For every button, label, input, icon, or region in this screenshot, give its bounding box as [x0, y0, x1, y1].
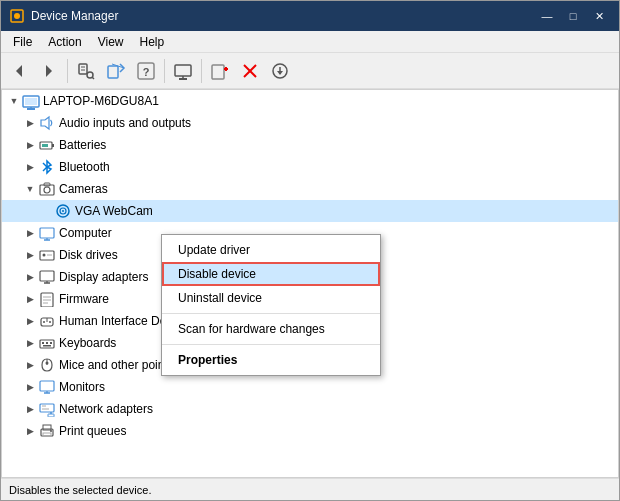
root-expand[interactable]: ▼ [6, 93, 22, 109]
batteries-expand[interactable]: ▶ [22, 137, 38, 153]
hid-expand[interactable]: ▶ [22, 313, 38, 329]
svg-point-61 [46, 362, 49, 365]
tree-item-audio[interactable]: ▶ Audio inputs and outputs [2, 112, 618, 134]
mice-icon [38, 356, 56, 374]
toolbar-separator-1 [67, 59, 68, 83]
svg-rect-38 [40, 228, 54, 238]
toolbar-update-button[interactable] [102, 57, 130, 85]
webcam-icon [54, 202, 72, 220]
svg-rect-4 [79, 64, 87, 74]
cameras-expand[interactable]: ▼ [22, 181, 38, 197]
ctx-disable-device[interactable]: Disable device [162, 262, 380, 286]
firmware-label: Firmware [59, 292, 109, 306]
bluetooth-label: Bluetooth [59, 160, 110, 174]
svg-point-54 [49, 321, 51, 323]
svg-marker-28 [41, 117, 49, 129]
root-label: LAPTOP-M6DGU8A1 [43, 94, 159, 108]
bluetooth-icon [38, 158, 56, 176]
firmware-expand[interactable]: ▶ [22, 291, 38, 307]
svg-point-7 [87, 72, 93, 78]
ctx-separator [162, 313, 380, 314]
toolbar-properties-button[interactable] [72, 57, 100, 85]
minimize-button[interactable]: — [535, 6, 559, 26]
menu-file[interactable]: File [5, 33, 40, 51]
computer-expand[interactable]: ▶ [22, 225, 38, 241]
tree-item-cameras[interactable]: ▼ Cameras [2, 178, 618, 200]
keyboards-expand[interactable]: ▶ [22, 335, 38, 351]
device-manager-window: Device Manager — □ ✕ File Action View He… [0, 0, 620, 501]
ctx-properties[interactable]: Properties [162, 348, 380, 372]
svg-rect-30 [52, 144, 54, 147]
svg-marker-3 [46, 65, 52, 77]
title-bar: Device Manager — □ ✕ [1, 1, 619, 31]
svg-marker-2 [16, 65, 22, 77]
display-expand[interactable]: ▶ [22, 269, 38, 285]
svg-rect-25 [25, 98, 37, 105]
tree-item-batteries[interactable]: ▶ Batteries [2, 134, 618, 156]
network-expand[interactable]: ▶ [22, 401, 38, 417]
batteries-label: Batteries [59, 138, 106, 152]
svg-rect-56 [42, 342, 44, 344]
monitors-icon [38, 378, 56, 396]
svg-point-42 [43, 254, 46, 257]
webcam-label: VGA WebCam [75, 204, 153, 218]
menu-view[interactable]: View [90, 33, 132, 51]
bluetooth-expand[interactable]: ▶ [22, 159, 38, 175]
close-button[interactable]: ✕ [587, 6, 611, 26]
ctx-update-driver[interactable]: Update driver [162, 238, 380, 262]
tree-root[interactable]: ▼ LAPTOP-M6DGU8A1 [2, 90, 618, 112]
tree-item-bluetooth[interactable]: ▶ Bluetooth [2, 156, 618, 178]
disk-label: Disk drives [59, 248, 118, 262]
toolbar-help-button[interactable]: ? [132, 57, 160, 85]
tree-item-monitors[interactable]: ▶ Monitors [2, 376, 618, 398]
keyboards-icon [38, 334, 56, 352]
svg-point-1 [14, 13, 20, 19]
tree-item-network[interactable]: ▶ Network adapters [2, 398, 618, 420]
svg-marker-23 [277, 71, 283, 75]
content-area: ▼ LAPTOP-M6DGU8A1 ▶ [1, 89, 619, 478]
app-icon [9, 8, 25, 24]
menu-action[interactable]: Action [40, 33, 89, 51]
batteries-icon [38, 136, 56, 154]
ctx-separator-2 [162, 344, 380, 345]
root-icon [22, 92, 40, 110]
monitors-expand[interactable]: ▶ [22, 379, 38, 395]
tree-item-webcam[interactable]: VGA WebCam [2, 200, 618, 222]
print-icon [38, 422, 56, 440]
toolbar-separator-2 [164, 59, 165, 83]
svg-text:?: ? [143, 66, 150, 78]
print-expand[interactable]: ▶ [22, 423, 38, 439]
toolbar-remove-button[interactable] [236, 57, 264, 85]
keyboards-label: Keyboards [59, 336, 116, 350]
svg-point-33 [44, 187, 50, 193]
display-icon [38, 268, 56, 286]
network-icon [38, 400, 56, 418]
forward-button[interactable] [35, 57, 63, 85]
svg-rect-13 [175, 65, 191, 76]
ctx-uninstall-device[interactable]: Uninstall device [162, 286, 380, 310]
mice-expand[interactable]: ▶ [22, 357, 38, 373]
status-text: Disables the selected device. [9, 484, 151, 496]
toolbar: ? [1, 53, 619, 89]
audio-expand[interactable]: ▶ [22, 115, 38, 131]
svg-point-53 [43, 321, 45, 323]
svg-line-8 [92, 77, 94, 79]
toolbar-add-button[interactable] [206, 57, 234, 85]
svg-rect-9 [108, 66, 118, 78]
display-label: Display adapters [59, 270, 148, 284]
menu-help[interactable]: Help [132, 33, 173, 51]
svg-rect-59 [43, 345, 51, 347]
hid-icon [38, 312, 56, 330]
status-bar: Disables the selected device. [1, 478, 619, 500]
computer-label: Computer [59, 226, 112, 240]
back-button[interactable] [5, 57, 33, 85]
menu-bar: File Action View Help [1, 31, 619, 53]
maximize-button[interactable]: □ [561, 6, 585, 26]
svg-rect-58 [50, 342, 52, 344]
disk-expand[interactable]: ▶ [22, 247, 38, 263]
ctx-scan-hardware[interactable]: Scan for hardware changes [162, 317, 380, 341]
toolbar-separator-3 [201, 59, 202, 83]
toolbar-scan-button[interactable] [169, 57, 197, 85]
toolbar-download-button[interactable] [266, 57, 294, 85]
tree-item-print[interactable]: ▶ Print queues [2, 420, 618, 442]
